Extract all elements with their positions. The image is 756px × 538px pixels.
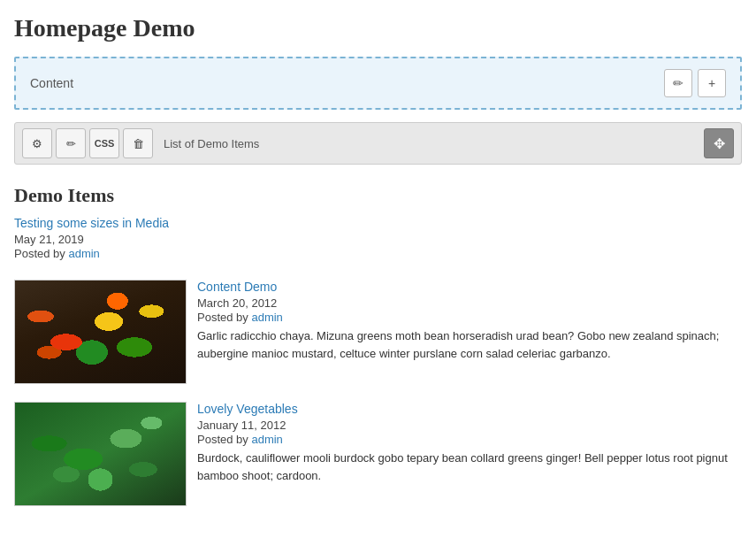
- demo-items-toolbar: ⚙ ✏ CSS 🗑 List of Demo Items ✥: [14, 122, 742, 165]
- page-title: Homepage Demo: [14, 14, 742, 42]
- list-item: Lovely Vegetables January 11, 2012 Poste…: [14, 402, 742, 506]
- author-link[interactable]: admin: [251, 311, 282, 324]
- post-date: May 21, 2019: [14, 233, 742, 246]
- content-block-actions: ✏ +: [664, 69, 726, 97]
- toolbar-trash-button[interactable]: 🗑: [123, 128, 153, 158]
- post-author: Posted by admin: [14, 247, 742, 260]
- post-thumbnail: [14, 280, 187, 384]
- post-title-link[interactable]: Content Demo: [197, 280, 277, 294]
- content-edit-button[interactable]: ✏: [664, 69, 692, 97]
- content-add-button[interactable]: +: [698, 69, 726, 97]
- post-content: Lovely Vegetables January 11, 2012 Poste…: [197, 402, 742, 506]
- demo-section: Demo Items Testing some sizes in Media M…: [14, 181, 742, 527]
- post-title-link[interactable]: Lovely Vegetables: [197, 402, 298, 416]
- author-link[interactable]: admin: [251, 433, 282, 446]
- post-content: Content Demo March 20, 2012 Posted by ad…: [197, 280, 742, 384]
- toolbar-move-button[interactable]: ✥: [704, 128, 734, 158]
- author-link[interactable]: admin: [68, 247, 99, 260]
- toolbar-css-button[interactable]: CSS: [89, 128, 119, 158]
- demo-section-title: Demo Items: [14, 184, 742, 207]
- post-title-link[interactable]: Testing some sizes in Media: [14, 216, 169, 230]
- post-excerpt: Burdock, cauliflower mooli burdock gobo …: [197, 450, 742, 484]
- list-item: Content Demo March 20, 2012 Posted by ad…: [14, 280, 742, 384]
- post-thumbnail: [14, 402, 187, 506]
- post-excerpt: Garlic radicchio chaya. Mizuna greens mo…: [197, 327, 742, 362]
- post-date: January 11, 2012: [197, 419, 742, 432]
- toolbar-label: List of Demo Items: [164, 137, 700, 150]
- list-item: Testing some sizes in Media May 21, 2019…: [14, 216, 742, 264]
- post-date: March 20, 2012: [197, 296, 742, 310]
- content-block: Content ✏ +: [14, 57, 742, 110]
- post-author: Posted by admin: [197, 311, 742, 324]
- post-author: Posted by admin: [197, 433, 742, 446]
- toolbar-pencil-button[interactable]: ✏: [56, 128, 86, 158]
- toolbar-gear-button[interactable]: ⚙: [22, 128, 52, 158]
- content-block-label: Content: [30, 76, 73, 90]
